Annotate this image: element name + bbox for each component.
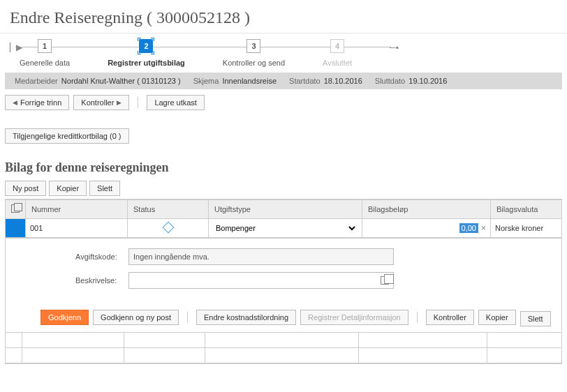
expand-icon[interactable] — [381, 276, 389, 285]
detail-delete-button[interactable]: Slett — [520, 311, 551, 326]
wizard-label-2: Registrer utgiftsbilag — [108, 59, 185, 67]
table-row[interactable]: 001 Bompenger 0,00 × Norske kroner — [6, 219, 562, 238]
empty-row — [6, 333, 562, 348]
schema-value: Innenlandsreise — [222, 77, 277, 85]
detail-copy-button[interactable]: Kopier — [478, 310, 516, 325]
wizard-strip: ▏▶ 1 Generelle data 2 Registrer utgiftsb… — [0, 33, 567, 70]
copy-icon — [11, 204, 20, 213]
end-value: 19.10.2016 — [408, 77, 447, 85]
status-open-icon — [162, 222, 174, 234]
cell-currency: Norske kroner — [491, 219, 562, 238]
register-detail-button: Registrer Detaljinformasjon — [300, 310, 408, 325]
expense-type-select[interactable]: Bompenger — [213, 222, 358, 234]
page-title: Endre Reiseregning ( 3000052128 ) — [0, 0, 567, 33]
wizard-end-icon: ─▪ — [390, 43, 399, 52]
amount-value[interactable]: 0,00 — [459, 223, 478, 233]
table-toolbar: Ny post Kopier Slett — [5, 181, 562, 196]
table-header-row: Nummer Status Utgiftstype Bilagsbeløp Bi… — [6, 200, 562, 219]
start-label: Startdato — [289, 77, 321, 85]
schema-label: Skjema — [193, 77, 219, 85]
detail-panel: Avgiftskode: Ingen inngående mva. Beskri… — [5, 239, 562, 332]
cell-status — [128, 219, 209, 238]
col-header-type: Utgiftstype — [209, 200, 362, 219]
delete-row-button[interactable]: Slett — [89, 181, 120, 196]
row-marker[interactable] — [6, 219, 26, 238]
detail-check-button[interactable]: Kontroller — [426, 310, 474, 325]
col-header-number: Nummer — [26, 200, 128, 219]
wizard-label-4: Avsluttet — [323, 59, 352, 67]
new-row-button[interactable]: Ny post — [5, 181, 46, 196]
cell-amount[interactable]: 0,00 × — [362, 219, 491, 238]
col-header-status: Status — [128, 200, 209, 219]
detail-action-row: Godkjenn Godkjenn og ny post Endre kostn… — [40, 308, 552, 326]
wizard-step-3[interactable]: 3 Kontroller og send — [223, 39, 285, 67]
empty-row — [6, 348, 562, 363]
action-separator-1 — [187, 312, 188, 323]
wizard-label-1: Generelle data — [20, 59, 70, 67]
chevron-left-icon: ◀ — [13, 99, 17, 106]
chevron-right-icon: ▶ — [117, 99, 122, 106]
employee-label: Medarbeider — [15, 77, 58, 85]
col-header-currency: Bilagsvaluta — [491, 200, 562, 219]
start-value: 18.10.2016 — [324, 77, 362, 85]
change-cost-button[interactable]: Endre kostnadstilordning — [196, 310, 296, 325]
cell-type[interactable]: Bompenger — [209, 219, 362, 238]
check-button[interactable]: Kontroller▶ — [73, 95, 129, 110]
cell-number: 001 — [26, 219, 128, 238]
prev-step-button[interactable]: ◀Forrige trinn — [5, 95, 69, 110]
select-all-header[interactable] — [6, 200, 26, 219]
end-label: Sluttdato — [375, 77, 405, 85]
approve-button[interactable]: Godkjenn — [40, 310, 89, 325]
available-credit-button[interactable]: Tilgjengelige kredittkortbilag (0 ) — [5, 128, 129, 144]
receipts-table: Nummer Status Utgiftstype Bilagsbeløp Bi… — [5, 199, 562, 239]
employee-value: Nordahl Knut-Walther ( 01310123 ) — [61, 77, 181, 85]
wizard-num-1: 1 — [38, 39, 52, 53]
wizard-step-1[interactable]: 1 Generelle data — [20, 39, 70, 67]
copy-row-button[interactable]: Kopier — [49, 181, 87, 196]
tax-code-field: Ingen inngående mva. — [128, 248, 394, 265]
description-field[interactable] — [128, 272, 394, 289]
description-label: Beskrivelse: — [75, 276, 128, 285]
wizard-num-2: 2 — [139, 39, 153, 53]
tax-code-label: Avgiftskode: — [75, 252, 128, 261]
toolbar-separator — [138, 97, 138, 108]
save-draft-button[interactable]: Lagre utkast — [147, 95, 205, 110]
wizard-label-3: Kontroller og send — [223, 59, 285, 67]
main-toolbar: ◀Forrige trinn Kontroller▶ Lagre utkast — [0, 89, 567, 116]
wizard-step-2[interactable]: 2 Registrer utgiftsbilag — [108, 39, 185, 67]
col-header-amount: Bilagsbeløp — [362, 200, 491, 219]
clear-amount-icon[interactable]: × — [481, 223, 486, 233]
wizard-num-4: 4 — [330, 39, 344, 53]
wizard-start-icon: ▏▶ — [10, 43, 20, 52]
wizard-num-3: 3 — [246, 39, 260, 53]
info-bar: Medarbeider Nordahl Knut-Walther ( 01310… — [5, 73, 562, 89]
wizard-step-4: 4 Avsluttet — [323, 39, 352, 67]
section-title: Bilag for denne reiseregningen — [5, 160, 562, 175]
approve-and-new-button[interactable]: Godkjenn og ny post — [93, 310, 179, 325]
action-separator-2 — [417, 312, 418, 323]
empty-rows — [5, 332, 562, 364]
